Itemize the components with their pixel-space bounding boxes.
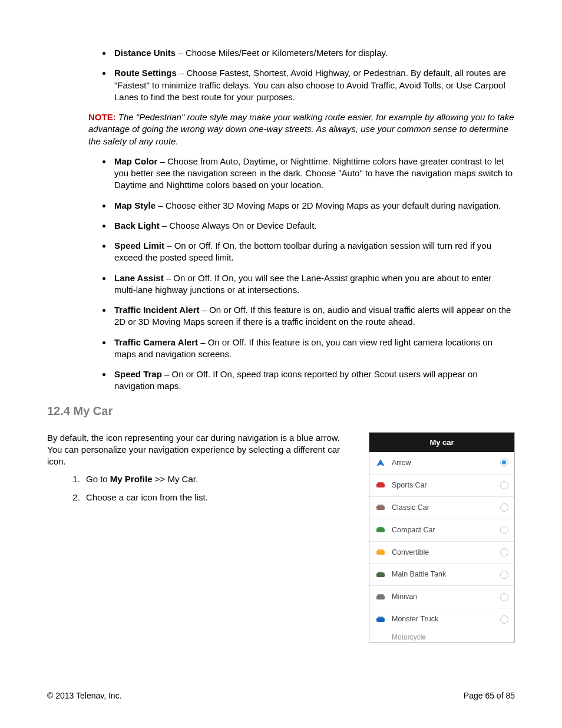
note-label: NOTE:: [88, 112, 116, 122]
mycar-option-label: Arrow: [392, 458, 500, 468]
intro-paragraph: By default, the icon representing your c…: [47, 432, 357, 468]
mycar-option[interactable]: Monster Truck: [369, 608, 514, 630]
options-list-top: Distance Units – Choose Miles/Feet or Ki…: [47, 47, 515, 103]
svg-marker-0: [376, 459, 385, 466]
option-desc: – On or Off. If On, the bottom toolbar d…: [114, 241, 491, 262]
mycar-option-label: Classic Car: [392, 503, 500, 513]
mycar-option[interactable]: Arrow: [369, 452, 514, 475]
car-icon: [375, 503, 386, 512]
radio-icon[interactable]: [500, 526, 508, 534]
svg-rect-12: [378, 594, 384, 597]
car-icon: [375, 526, 386, 534]
car-icon: [375, 615, 386, 624]
section-heading: 12.4 My Car: [47, 403, 515, 419]
mycar-option[interactable]: Convertible: [369, 542, 514, 564]
option-item: Map Style – Choose either 3D Moving Maps…: [112, 200, 515, 212]
car-icon: [375, 571, 386, 579]
radio-icon[interactable]: [500, 481, 508, 489]
option-term: Lane Assist: [114, 273, 164, 283]
option-term: Traffic Camera Alert: [114, 337, 198, 347]
option-item: Traffic Camera Alert – On or Off. If thi…: [112, 337, 515, 361]
mycar-option-label: Convertible: [392, 548, 500, 558]
step-1: Go to My Profile >> My Car.: [82, 473, 357, 485]
step-2: Choose a car icon from the list.: [82, 492, 357, 503]
car-icon: [375, 459, 386, 467]
step-1-bold: My Profile: [110, 474, 153, 484]
svg-rect-4: [378, 505, 384, 508]
option-item: Map Color – Choose from Auto, Daytime, o…: [112, 156, 515, 192]
mycar-option[interactable]: Classic Car: [369, 497, 514, 519]
options-list-bottom: Map Color – Choose from Auto, Daytime, o…: [47, 156, 515, 393]
option-term: Back Light: [114, 220, 160, 230]
radio-icon[interactable]: [500, 615, 508, 624]
car-icon: [375, 548, 386, 556]
mycar-option[interactable]: Main Battle Tank: [369, 564, 514, 586]
mycar-option[interactable]: Sports Car: [369, 475, 514, 497]
option-term: Map Style: [114, 200, 156, 210]
svg-rect-6: [378, 527, 384, 530]
svg-rect-14: [378, 617, 384, 620]
option-term: Route Settings: [114, 68, 177, 78]
footer-copyright: © 2013 Telenav, Inc.: [47, 690, 122, 701]
mycar-list: ArrowSports CarClassic CarCompact CarCon…: [369, 452, 514, 630]
option-item: Speed Limit – On or Off. If On, the bott…: [112, 240, 515, 264]
mycar-option-label: Main Battle Tank: [392, 569, 500, 579]
mycar-option-label: Minivan: [392, 592, 500, 602]
note-paragraph: NOTE: The "Pedestrian" route style may m…: [47, 111, 515, 147]
option-item: Speed Trap – On or Off. If On, speed tra…: [112, 368, 515, 393]
option-item: Distance Units – Choose Miles/Feet or Ki…: [112, 47, 515, 59]
option-desc: – Choose Miles/Feet or Kilometers/Meters…: [176, 48, 388, 58]
svg-rect-8: [378, 549, 384, 552]
mycar-peek-item: Motorcycle: [369, 630, 514, 642]
option-desc: – Choose Always On or Device Default.: [160, 220, 317, 230]
radio-icon[interactable]: [500, 503, 508, 512]
mycar-option-label: Monster Truck: [392, 614, 500, 624]
option-term: Distance Units: [114, 48, 176, 58]
mycar-screenshot: My car ArrowSports CarClassic CarCompact…: [369, 432, 515, 643]
option-desc: – On or Off. If On, you will see the Lan…: [114, 273, 491, 295]
document-page: Distance Units – Choose Miles/Feet or Ki…: [0, 0, 562, 728]
left-column: By default, the icon representing your c…: [47, 432, 357, 643]
mycar-option[interactable]: Minivan: [369, 586, 514, 608]
svg-rect-2: [378, 482, 384, 485]
option-term: Speed Limit: [114, 241, 164, 251]
option-term: Speed Trap: [114, 369, 162, 379]
car-icon: [375, 593, 386, 601]
option-term: Map Color: [114, 156, 157, 166]
option-item: Back Light – Choose Always On or Device …: [112, 220, 515, 232]
option-item: Traffic Incident Alert – On or Off. If t…: [112, 304, 515, 328]
option-desc: – Choose from Auto, Daytime, or Nighttim…: [114, 156, 513, 190]
mycar-option-label: Sports Car: [392, 480, 500, 490]
radio-icon[interactable]: [500, 571, 508, 579]
option-term: Traffic Incident Alert: [114, 305, 199, 315]
option-desc: – Choose either 3D Moving Maps or 2D Mov…: [156, 200, 501, 210]
svg-rect-10: [378, 572, 384, 575]
mycar-option[interactable]: Compact Car: [369, 519, 514, 542]
note-text: The "Pedestrian" route style may make yo…: [88, 112, 514, 146]
radio-icon[interactable]: [500, 593, 508, 601]
mycar-option-label: Compact Car: [392, 525, 500, 535]
option-item: Route Settings – Choose Fastest, Shortes…: [112, 67, 515, 103]
page-footer: © 2013 Telenav, Inc. Page 65 of 85: [47, 690, 515, 701]
footer-page-number: Page 65 of 85: [464, 690, 515, 701]
car-icon: [375, 481, 386, 489]
content-columns: By default, the icon representing your c…: [47, 432, 515, 643]
radio-icon[interactable]: [500, 459, 508, 467]
option-desc: – On or Off. If On, speed trap icons rep…: [114, 369, 478, 391]
option-item: Lane Assist – On or Off. If On, you will…: [112, 272, 515, 297]
radio-icon[interactable]: [500, 548, 508, 556]
steps-list: Go to My Profile >> My Car. Choose a car…: [47, 473, 357, 503]
mycar-header: My car: [369, 433, 514, 453]
